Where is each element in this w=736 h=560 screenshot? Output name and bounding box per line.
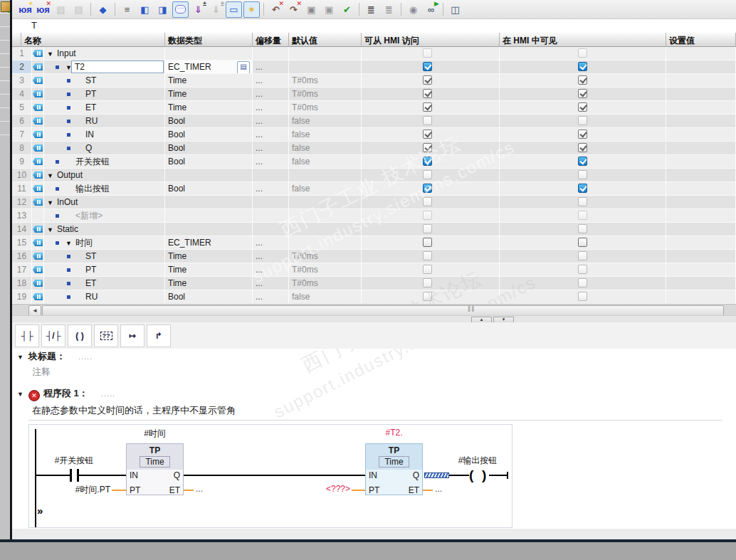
name-cell[interactable]: ▼InOut [44,196,165,208]
datatype-cell[interactable] [165,47,253,60]
offset-cell[interactable]: ... [253,128,289,141]
variable-name[interactable]: <新增> [75,209,102,222]
offset-cell[interactable]: ... [253,182,289,195]
name-cell[interactable]: ET [44,101,165,114]
hmi-access-checkbox[interactable] [423,102,432,112]
hmi-visible-checkbox[interactable] [578,102,587,112]
hmi-access-checkbox[interactable] [423,265,432,274]
default-value-cell[interactable]: T#0ms [289,74,362,87]
name-cell[interactable]: ▼T2 [44,60,165,73]
timer-box-1[interactable]: TP Time IN Q PT ET [126,443,184,495]
hmi-visible-checkbox[interactable] [578,278,587,287]
hmi-visible-checkbox[interactable] [578,89,587,98]
collapse-arrow-icon[interactable]: ▼ [17,354,23,361]
hmi-visible-checkbox[interactable] [578,211,587,220]
variable-name[interactable]: Q [85,142,92,154]
block-comment[interactable]: 注释 [32,366,51,379]
hmi-visible-checkbox[interactable] [578,143,587,152]
table-row[interactable]: 12▼InOut [12,196,736,209]
name-cell[interactable]: PT [44,88,165,100]
save-layout-icon[interactable]: ▣ [303,1,320,18]
default-value-cell[interactable]: T#0ms [289,250,362,263]
offset-cell[interactable] [253,209,289,222]
hmi-visible-checkbox[interactable] [578,157,587,166]
table-row[interactable]: 19RUBool...false [12,290,736,304]
contact-bar[interactable] [70,469,72,482]
variable-name[interactable]: ET [85,101,96,114]
datatype-cell[interactable]: EC_TIMER▤ [165,60,253,73]
table-row[interactable]: 10▼Output [12,169,736,182]
offset-cell[interactable]: ... [253,88,289,100]
expand-arrow-icon[interactable]: ▼ [65,237,72,249]
download-icon[interactable]: ⇓± [190,1,206,18]
hmi-access-checkbox[interactable] [423,224,432,233]
box2-in-pin[interactable]: IN [369,470,377,480]
hmi-visible-checkbox[interactable] [578,48,587,58]
box1-et-pin[interactable]: ET [169,485,180,495]
offset-cell[interactable]: ... [253,101,289,114]
variable-name[interactable]: Static [57,223,78,236]
name-cell[interactable]: <新增> [44,209,165,222]
datatype-cell[interactable] [165,196,253,208]
insert-row-icon[interactable]: ▤ [53,1,69,18]
table-row[interactable]: 16STTime...T#0ms [12,250,736,263]
offset-cell[interactable]: ... [253,250,289,263]
offset-cell[interactable]: ... [253,74,289,87]
coil-button[interactable]: ( ) [68,324,92,347]
collapse-arrow-icon[interactable]: ▼ [17,391,23,398]
close-branch-button[interactable]: ↱ [147,324,171,347]
name-cell[interactable]: RU [44,290,165,303]
snapshot-icon[interactable]: ≡ [119,1,135,18]
keep-actual-values-icon[interactable]: ◆ [95,1,111,18]
empty-box-button[interactable]: ?? [94,324,118,347]
hmi-visible-checkbox[interactable] [578,251,587,260]
offset-cell[interactable] [253,47,289,60]
table-row[interactable]: 5ETTime...T#0ms [12,101,736,115]
collapse-all-icon[interactable]: ≣ [381,1,397,18]
variable-name[interactable]: IN [85,128,94,141]
box1-q-pin[interactable]: Q [174,470,180,480]
timer-box-2[interactable]: TP Time IN Q PT ET [365,443,423,495]
datatype-cell[interactable]: Time [165,277,253,290]
split-editor-icon[interactable]: ◫ [447,1,463,18]
name-edit-box[interactable]: T2 [71,60,164,73]
default-value-cell[interactable]: T#0ms [289,101,362,114]
editor-window-icon[interactable] [1,1,11,12]
datatype-cell[interactable] [165,223,253,236]
default-value-cell[interactable]: T#0ms [289,263,362,276]
default-value-cell[interactable]: T#0ms [289,277,362,290]
datatype-cell[interactable]: Bool [165,128,253,141]
table-row[interactable]: 13<新增> [12,209,736,223]
network-placeholder[interactable]: ..... [101,389,115,398]
hmi-access-checkbox[interactable] [423,48,432,58]
table-row[interactable]: 9开关按钮Bool...false [12,155,736,169]
hmi-access-checkbox[interactable] [423,197,432,206]
default-value-cell[interactable]: false [289,142,362,154]
block-title-header[interactable]: ▼块标题：..... [17,350,93,363]
datatype-cell[interactable]: Bool [165,290,253,303]
hmi-access-checkbox[interactable] [423,251,432,260]
default-value-cell[interactable] [289,236,362,249]
variable-name[interactable]: ET [85,277,96,290]
find-replace-icon[interactable]: ◉ [405,1,421,18]
box2-et-operand[interactable]: ... [435,484,442,494]
hmi-visible-checkbox[interactable] [578,197,587,206]
offset-cell[interactable]: ... [253,115,289,127]
delete-row-icon[interactable]: юя✕ [35,1,51,18]
hmi-visible-checkbox[interactable] [578,130,587,139]
default-value-cell[interactable] [289,47,362,60]
variable-name[interactable]: Input [57,47,76,60]
load-start-values-icon[interactable]: ◨ [154,1,171,18]
coil-symbol[interactable]: ) [482,467,486,483]
variable-name[interactable]: PT [85,263,96,276]
favorites-icon[interactable]: ✶ [243,1,260,18]
default-value-cell[interactable] [289,209,362,222]
box2-subtype[interactable]: Time [379,456,409,467]
hmi-visible-checkbox[interactable] [578,116,587,125]
block-title-placeholder[interactable]: ..... [78,352,93,361]
name-cell[interactable]: ET [44,277,165,290]
datatype-cell[interactable]: Time [165,101,253,114]
box2-pt-operand[interactable]: <???> [326,484,350,494]
hmi-access-checkbox[interactable] [423,89,432,98]
hmi-visible-checkbox[interactable] [578,265,587,274]
